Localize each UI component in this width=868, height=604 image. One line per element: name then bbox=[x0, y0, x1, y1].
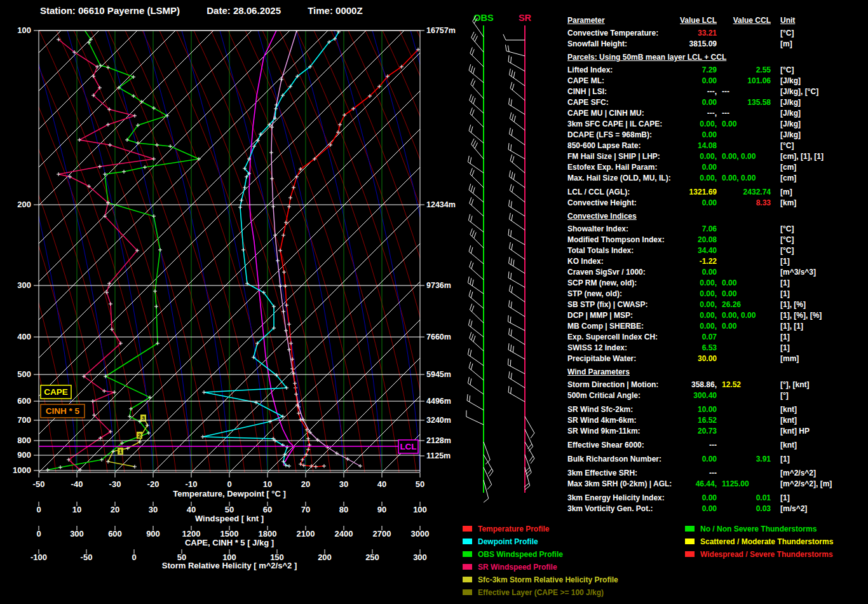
chart-text: 600 bbox=[108, 529, 122, 539]
wind-barb bbox=[510, 191, 525, 202]
chart-text: 200 bbox=[17, 200, 31, 209]
chart-text: 7660m bbox=[426, 333, 451, 341]
value-lcl: 0.00 bbox=[702, 130, 717, 139]
wind-barb-flag bbox=[531, 433, 534, 438]
chart-text: 100 bbox=[413, 505, 427, 514]
wind-barb-flag bbox=[510, 82, 512, 88]
wind-barb-flag bbox=[468, 156, 469, 162]
unit-label: [J/kg] bbox=[780, 119, 801, 130]
table-row: Effective Shear 6000:---[knt] bbox=[567, 440, 866, 451]
value-extra: 12.52 bbox=[722, 380, 741, 390]
wind-barb-flag bbox=[469, 290, 471, 296]
value-lcl: 0.00, bbox=[700, 278, 717, 287]
wind-barb bbox=[510, 88, 525, 100]
dry-adiabat-line bbox=[228, 31, 365, 472]
value-lcl-wrap: 0.00 bbox=[567, 162, 717, 173]
unit-label: [mm] bbox=[780, 353, 799, 364]
unit-label: [°C] bbox=[780, 65, 794, 76]
value-lcl-wrap: 300.40 bbox=[567, 390, 717, 401]
wind-barb bbox=[484, 467, 492, 484]
wind-barb-flag bbox=[511, 57, 512, 63]
wind-barb bbox=[470, 203, 484, 216]
wind-barb bbox=[525, 416, 534, 433]
value-extra: --- bbox=[722, 86, 729, 97]
wind-barb bbox=[484, 442, 490, 460]
wind-barb-flag bbox=[469, 245, 471, 252]
table-row: Snowfall Height:3815.09[m] bbox=[567, 39, 866, 50]
wind-barb-flag bbox=[470, 304, 471, 310]
value-lcl-wrap: 0.00 bbox=[567, 130, 717, 141]
unit-label: [J/kg] bbox=[780, 97, 801, 108]
wind-barb-flag bbox=[469, 362, 471, 368]
chart-text: 1200 bbox=[182, 529, 201, 539]
wind-barb-flag bbox=[513, 174, 515, 180]
wind-barb-flag bbox=[512, 172, 513, 178]
wind-barb-flag bbox=[468, 319, 470, 326]
value-ccl: 101.06 bbox=[747, 76, 771, 85]
legend-label: Widespread / Severe Thunderstorms bbox=[700, 550, 833, 559]
wind-barb-flag bbox=[471, 364, 473, 370]
legend-label: Effective Layer (CAPE >= 100 J/kg) bbox=[478, 588, 604, 597]
chart-text: 600 bbox=[17, 396, 31, 406]
wind-barb-flag bbox=[512, 286, 513, 292]
wind-barb-flag bbox=[508, 343, 509, 350]
table-row: 3km Vorticity Gen. Pot.:0.000.03[m/s^2] bbox=[567, 504, 866, 514]
wind-barb-flag bbox=[510, 317, 511, 323]
wind-barb-flag bbox=[471, 127, 473, 133]
dry-adiabat-line bbox=[211, 31, 348, 472]
value-ccl-wrap: 8.33 bbox=[567, 198, 771, 209]
wind-barb-flag bbox=[513, 260, 514, 266]
unit-label: [°C] bbox=[780, 28, 794, 39]
wind-barb-flag bbox=[471, 96, 473, 102]
dry-adiabat-line bbox=[74, 31, 210, 472]
section-title: Convective Indices bbox=[567, 209, 637, 224]
unit-label: [knt] bbox=[780, 415, 797, 426]
chart-text: 800 bbox=[17, 436, 31, 445]
wind-barb-flag bbox=[468, 277, 469, 283]
wind-barb-flag bbox=[508, 55, 509, 62]
chart-text: 20 bbox=[111, 505, 119, 514]
wind-barb bbox=[470, 338, 484, 351]
wind-barb bbox=[473, 21, 484, 37]
value-lcl-wrap: 0.00, bbox=[567, 278, 717, 289]
wind-barb-flag bbox=[508, 229, 509, 235]
wind-barb bbox=[470, 235, 484, 248]
chart-text: 20 bbox=[301, 479, 310, 489]
wind-barb-flag bbox=[471, 292, 473, 298]
moist-adiabat-line bbox=[449, 31, 534, 472]
profile-legend-item: Effective Layer (CAPE >= 100 J/kg) bbox=[463, 586, 618, 599]
wind-barb-flag bbox=[509, 285, 510, 291]
value-lcl: 0.00, bbox=[700, 120, 717, 128]
table-row: Max 3km SRH (0-2km) | AGL:46.44,1125.00[… bbox=[567, 479, 866, 490]
chart-text: 1 bbox=[119, 448, 122, 455]
wind-barb-flag bbox=[510, 154, 512, 161]
wind-barb-flag bbox=[509, 242, 510, 249]
wind-barb-flag bbox=[508, 359, 509, 365]
wind-barb-flag bbox=[514, 116, 515, 122]
wind-barb bbox=[471, 85, 484, 99]
table-row: SR Wind 4km-6km:16.52[knt] bbox=[567, 415, 866, 426]
value-ccl: 0.01 bbox=[756, 493, 771, 502]
chart-text: 30 bbox=[149, 505, 158, 514]
wind-barb bbox=[470, 53, 484, 67]
col-header-unit: Unit bbox=[780, 13, 795, 28]
legend-label: Sfc-3km Storm Relative Helicity Profile bbox=[478, 575, 618, 584]
wind-barb-flag bbox=[513, 72, 515, 78]
wind-barb-flag bbox=[509, 98, 510, 104]
table-row: CAPE ML:0.00101.06[J/kg] bbox=[567, 76, 866, 86]
wind-barb bbox=[509, 334, 525, 345]
wind-barb bbox=[509, 219, 525, 230]
unit-label: [m^3/s^3] bbox=[780, 267, 816, 278]
wind-barb bbox=[467, 401, 484, 410]
unit-label: [J/kg], [°C] bbox=[780, 86, 818, 97]
wind-barb-flag bbox=[529, 456, 533, 461]
wind-barb-flag bbox=[471, 334, 473, 340]
wind-barb-flag bbox=[509, 328, 510, 334]
wind-barb-flag bbox=[511, 301, 512, 308]
value-ccl-wrap: 2.55 bbox=[567, 65, 771, 76]
chart-text: 1125m bbox=[426, 451, 451, 460]
value-ccl-wrap: 2432.74 bbox=[567, 187, 771, 198]
value-ccl-wrap: 101.06 bbox=[567, 76, 771, 86]
value-lcl: 0.00, bbox=[700, 311, 717, 320]
wind-barb bbox=[509, 206, 525, 216]
